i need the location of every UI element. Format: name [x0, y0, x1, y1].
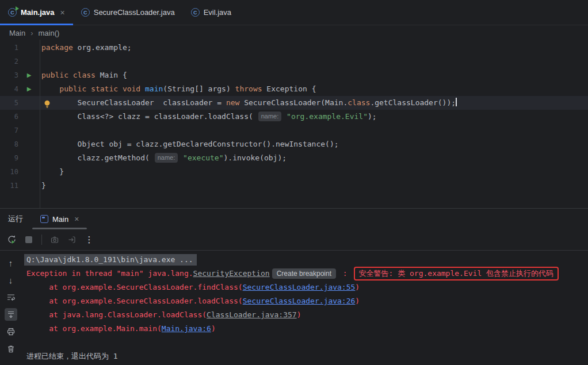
run-line-icon[interactable]: ▶	[27, 68, 32, 82]
code-text-area: Class<?> clazz = classLoader.loadClass( …	[40, 110, 588, 124]
editor-tab-bar: Main.java SecureClassLoader.java Evil.ja…	[0, 0, 588, 25]
up-arrow-icon: ↑	[9, 258, 13, 268]
code-token: "execute"	[183, 153, 223, 162]
parameter-name-hint[interactable]: name:	[155, 153, 178, 163]
stack-trace-link[interactable]: Main.java:6	[162, 324, 211, 333]
chevron-right-icon	[26, 29, 37, 37]
tab-secureclassloader-java[interactable]: SecureClassLoader.java	[73, 0, 183, 25]
rerun-icon	[7, 235, 17, 244]
code-line[interactable]: 2	[0, 55, 588, 68]
console-text: )	[355, 283, 360, 291]
scroll-to-end-button[interactable]	[5, 308, 17, 321]
tab-label: Main.java	[21, 8, 55, 17]
soft-wrap-button[interactable]	[5, 291, 17, 303]
console-line: at org.example.SecureClassLoader.loadCla…	[26, 294, 588, 308]
console-line	[26, 336, 588, 349]
breadcrumb-method[interactable]: main()	[37, 29, 61, 37]
stack-trace-link[interactable]: SecurityException	[193, 269, 270, 278]
code-token: clazz.getMethod(	[41, 153, 154, 162]
console-line: at org.example.Main.main(Main.java:6)	[26, 322, 588, 336]
console-text: )	[297, 310, 301, 319]
code-token: throws	[235, 84, 262, 93]
console-line: Q:\Java\jdk1.8.0_191\bin\java.exe ...	[26, 253, 588, 267]
class-icon	[191, 8, 200, 17]
stack-trace-link[interactable]: SecureClassLoader.java:26	[243, 297, 356, 305]
console-output[interactable]: Q:\Java\jdk1.8.0_191\bin\java.exe ...Exc…	[21, 251, 588, 365]
code-token: SecureClassLoader(Main.	[239, 98, 348, 107]
code-line[interactable]: 10 }	[0, 165, 588, 179]
code-line[interactable]: 8 Object obj = clazz.getDeclaredConstruc…	[0, 137, 588, 151]
code-line[interactable]: 4▶ public static void main(String[] args…	[0, 82, 588, 96]
code-token: package	[41, 43, 73, 52]
gutter	[18, 110, 40, 124]
close-icon[interactable]	[60, 8, 65, 17]
up-stack-button[interactable]: ↑	[5, 256, 17, 269]
code-line[interactable]: 5 SecureClassLoader classLoader = new Se…	[0, 96, 588, 110]
code-text-area: public class Main {	[40, 68, 588, 82]
gutter: ▶	[18, 82, 40, 96]
line-number: 1	[0, 41, 18, 55]
line-number: 10	[0, 165, 18, 179]
code-editor[interactable]: 1package org.example;23▶public class Mai…	[0, 40, 588, 208]
gutter	[18, 41, 40, 55]
code-text-area: }	[40, 165, 588, 179]
code-token: "org.example.Evil"	[287, 112, 368, 121]
tab-label: SecureClassLoader.java	[94, 8, 175, 17]
line-number: 9	[0, 151, 18, 165]
console-text: :	[338, 269, 352, 278]
code-token: Class<?> clazz = classLoader.loadClass(	[41, 112, 258, 121]
close-icon[interactable]	[74, 214, 79, 224]
code-token: ).invoke(obj);	[224, 153, 287, 162]
code-token: new	[226, 98, 239, 107]
code-token: );	[368, 112, 377, 121]
command-line-text: Q:\Java\jdk1.8.0_191\bin\java.exe ...	[24, 254, 197, 266]
rerun-button[interactable]	[6, 234, 17, 245]
code-token: Main {	[96, 71, 127, 79]
more-options-button[interactable]	[83, 234, 95, 245]
code-line[interactable]: 11}	[0, 179, 588, 193]
console-text: at org.example.SecureClassLoader.loadCla…	[26, 297, 243, 305]
stack-trace-link[interactable]: ClassLoader.java:357	[207, 310, 297, 319]
run-badge-icon	[16, 6, 19, 11]
import-console-button[interactable]	[66, 234, 78, 245]
tab-label: Evil.java	[204, 8, 231, 17]
stop-icon	[25, 236, 32, 243]
down-stack-button[interactable]: ↓	[5, 274, 17, 286]
parameter-name-hint[interactable]: name:	[258, 112, 282, 121]
stack-trace-link[interactable]: SecureClassLoader.java:55	[243, 283, 356, 291]
clear-button[interactable]	[5, 343, 17, 355]
line-number: 2	[0, 55, 18, 68]
console-text: at java.lang.ClassLoader.loadClass(	[26, 310, 207, 319]
run-tab-main[interactable]: Main	[37, 209, 82, 229]
code-text-area: Object obj = clazz.getDeclaredConstructo…	[40, 137, 588, 151]
code-token: SecureClassLoader classLoader =	[41, 98, 226, 107]
code-line[interactable]: 9 clazz.getMethod( name: "execute").invo…	[0, 151, 588, 165]
console-text: 进程已结束，退出代码为 1	[26, 352, 118, 360]
screenshot-button[interactable]	[49, 234, 60, 245]
line-number: 8	[0, 137, 18, 151]
console-text: )	[211, 324, 216, 333]
create-breakpoint-button[interactable]: Create breakpoint	[272, 268, 336, 279]
gutter	[18, 165, 40, 179]
breadcrumb: Main main()	[0, 26, 588, 40]
code-line[interactable]: 1package org.example;	[0, 41, 588, 55]
toolbar-divider	[41, 235, 42, 245]
print-button[interactable]	[5, 325, 17, 338]
code-line[interactable]: 3▶public class Main {	[0, 68, 588, 82]
code-text-area	[40, 55, 588, 68]
console-text: at org.example.Main.main(	[26, 324, 162, 333]
breadcrumb-class[interactable]: Main	[8, 29, 26, 37]
code-line[interactable]: 6 Class<?> clazz = classLoader.loadClass…	[0, 110, 588, 124]
scroll-to-end-icon	[6, 310, 16, 319]
console-text: at org.example.SecureClassLoader.findCla…	[26, 283, 243, 291]
console-text: Exception in thread "main" java.lang.	[26, 269, 193, 278]
run-line-icon[interactable]: ▶	[27, 82, 32, 96]
code-line[interactable]: 7	[0, 124, 588, 137]
tab-evil-java[interactable]: Evil.java	[183, 0, 239, 25]
screenshot-icon	[50, 235, 59, 244]
stop-button[interactable]	[23, 234, 35, 245]
console-text: )	[355, 297, 360, 305]
soft-wrap-icon	[6, 293, 16, 302]
tab-main-java[interactable]: Main.java	[0, 0, 73, 25]
run-toolbar	[0, 229, 588, 249]
